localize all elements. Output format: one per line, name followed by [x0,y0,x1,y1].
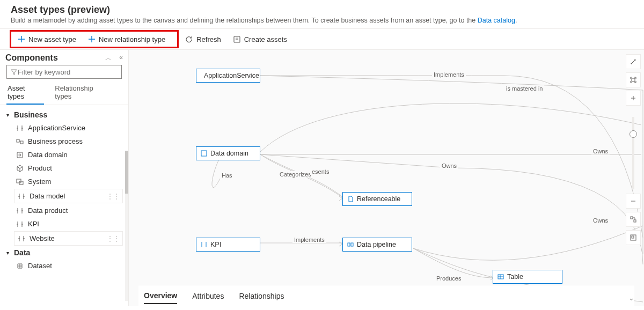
sidebar-tabs: Asset types Relationship types [0,81,128,105]
metamodel-canvas[interactable]: ApplicationService Data domain Reference… [129,50,644,306]
tab-attributes[interactable]: Attributes [192,289,224,304]
tab-relationships[interactable]: Relationships [239,289,284,304]
item-website[interactable]: Website⋮⋮ [14,231,123,246]
command-bar: New asset type New relationship type Ref… [0,28,644,50]
group-data[interactable]: ▾Data [0,246,128,259]
chevron-up-icon[interactable]: ︿ [105,54,112,63]
item-data-model[interactable]: Data model⋮⋮ [14,189,123,203]
svg-rect-11 [632,78,635,82]
brackets-icon [18,235,25,242]
edge-label: Implements [432,71,466,78]
dataset-icon [16,262,24,270]
svg-rect-15 [632,236,634,238]
refresh-button[interactable]: Refresh [182,31,224,47]
edge-label: Produces [435,275,463,282]
plus-icon [88,35,96,43]
item-applicationservice[interactable]: ApplicationService [0,121,128,135]
grip-icon[interactable]: ⋮⋮ [106,192,119,201]
item-dataset[interactable]: Dataset [0,259,128,272]
data-catalog-link[interactable]: Data catalog [478,17,515,24]
cube-icon [16,165,24,172]
page-subtitle: Build a metamodel by adding asset types … [11,17,633,24]
item-data-product[interactable]: Data product [0,204,128,217]
node-datapipeline[interactable]: Data pipeline [342,238,412,252]
canvas-controls-top [626,54,641,106]
highlight-box: New asset type New relationship type [10,30,179,48]
node-referenceable[interactable]: Referenceable [342,192,412,206]
edges-layer [129,50,644,306]
edge-label: Has [220,172,234,179]
collapse-panel-icon[interactable]: « [119,54,123,63]
create-assets-label: Create assets [244,35,287,43]
scrollbar-thumb[interactable] [125,151,128,194]
create-assets-button[interactable]: Create assets [230,31,290,47]
node-applicationservice[interactable]: ApplicationService [196,69,260,83]
new-relationship-type-button[interactable]: New relationship type [85,31,169,47]
subtitle-end: . [515,17,517,24]
new-asset-type-label: New asset type [28,35,76,43]
refresh-icon [185,35,193,43]
domain-icon [16,151,24,159]
node-kpi[interactable]: KPI [196,238,260,252]
group-label: Data [14,248,30,257]
brackets-icon [16,207,24,215]
filter-box[interactable] [6,65,122,79]
edge-label: Owns [591,217,610,224]
chevron-down-icon[interactable]: ⌄ [628,294,634,302]
node-table[interactable]: Table [493,270,562,284]
caret-icon: ▾ [6,250,14,256]
new-asset-type-button[interactable]: New asset type [14,31,79,47]
components-heading: Components [5,53,58,63]
tab-overview[interactable]: Overview [144,288,177,304]
group-business[interactable]: ▾Business [0,108,128,121]
edge-label: Owns [440,163,458,169]
edge-label: is mastered in [504,85,544,92]
process-icon [16,138,24,145]
item-data-domain[interactable]: Data domain [0,148,128,161]
filter-input[interactable] [18,68,118,76]
svg-rect-7 [201,151,207,156]
item-product[interactable]: Product [0,161,128,175]
node-datadomain[interactable]: Data domain [196,146,260,160]
brackets-icon [18,193,25,200]
zoom-in-button[interactable] [626,91,641,106]
svg-rect-10 [498,275,503,279]
zoom-out-button[interactable] [626,194,641,209]
svg-rect-1 [17,139,19,142]
edge-label: Owns [591,148,610,154]
assets-icon [233,35,241,43]
brackets-icon [16,220,24,228]
item-business-process[interactable]: Business process [0,135,128,148]
tab-asset-types[interactable]: Asset types [6,82,44,105]
tab-relationship-types[interactable]: Relationship types [54,82,112,105]
subtitle-text: Build a metamodel by adding asset types … [11,17,478,24]
sidebar-scrollbar[interactable] [125,151,128,301]
refresh-label: Refresh [196,35,221,43]
filter-icon [10,68,18,76]
canvas-controls-bottom [626,194,641,245]
svg-rect-9 [351,243,353,246]
svg-point-4 [19,154,21,156]
caret-icon: ▾ [6,112,14,118]
zoom-slider-thumb[interactable] [630,130,637,138]
details-tabbar: Overview Attributes Relationships ⌄ [138,285,634,306]
item-kpi[interactable]: KPI [0,217,128,231]
page-title: Asset types (preview) [11,4,633,16]
fit-to-screen-button[interactable] [626,72,641,87]
layout-button[interactable] [626,212,641,227]
group-label: Business [14,110,47,119]
brackets-icon [16,124,24,132]
item-system[interactable]: System [0,175,128,188]
svg-rect-2 [20,141,23,144]
edge-label: Categorizes [278,171,313,178]
system-icon [16,178,24,186]
svg-rect-3 [17,152,23,158]
grip-icon[interactable]: ⋮⋮ [106,234,119,243]
zoom-slider[interactable] [632,117,634,189]
asset-type-tree: ▾Business ApplicationService Business pr… [0,105,128,304]
minimap-button[interactable] [626,230,641,245]
new-relationship-type-label: New relationship type [99,35,165,43]
fullscreen-button[interactable] [626,54,641,69]
edge-label: Implements [292,237,326,243]
svg-rect-8 [348,243,350,246]
